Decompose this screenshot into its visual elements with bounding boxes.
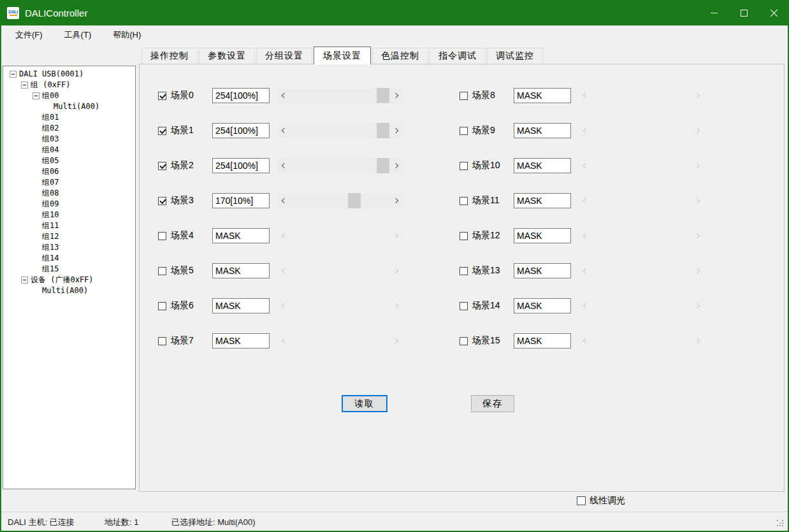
tab-7[interactable]: 调试监控 [487, 48, 543, 64]
scene-scrollbar[interactable] [579, 263, 704, 278]
scene-checkbox[interactable] [158, 232, 166, 240]
tree-item[interactable]: 组09 [3, 199, 135, 210]
scroll-thumb[interactable] [377, 123, 389, 138]
scene-checkbox[interactable] [460, 197, 468, 205]
scene-checkbox[interactable] [158, 302, 166, 310]
scroll-right-arrow-icon[interactable] [391, 88, 402, 103]
scroll-left-arrow-icon[interactable] [579, 193, 590, 208]
scene-scrollbar[interactable] [579, 193, 704, 208]
scene-scrollbar[interactable] [579, 333, 704, 349]
scroll-thumb[interactable] [377, 88, 389, 103]
read-button[interactable]: 读取 [342, 395, 387, 412]
tree-item[interactable]: 组11 [3, 220, 135, 231]
scroll-left-arrow-icon[interactable] [278, 193, 289, 208]
menu-tools[interactable]: 工具(T) [57, 27, 99, 43]
tree-item[interactable]: 组07 [3, 177, 135, 188]
scene-value-input[interactable] [212, 193, 270, 208]
scene-scrollbar[interactable] [278, 298, 402, 313]
resize-grip-icon[interactable] [777, 520, 784, 527]
scroll-left-arrow-icon[interactable] [278, 333, 289, 349]
tree-item[interactable]: Multi(A00) [3, 285, 135, 296]
scene-scrollbar[interactable] [579, 158, 704, 173]
tree-item[interactable]: 组14 [3, 253, 135, 264]
tree-item[interactable]: 设备 (广播0xFF) [3, 275, 135, 285]
tree-item[interactable]: 组08 [3, 188, 135, 199]
tree-item[interactable]: 组05 [3, 155, 135, 166]
scene-scrollbar[interactable] [278, 158, 402, 173]
tree-item[interactable]: 组06 [3, 166, 135, 177]
tab-4[interactable]: 场景设置 [314, 47, 371, 64]
tree-item[interactable]: 组04 [3, 145, 135, 155]
tab-3[interactable]: 分组设置 [256, 48, 312, 64]
scroll-right-arrow-icon[interactable] [391, 158, 402, 173]
scene-value-input[interactable] [514, 263, 571, 278]
scene-scrollbar[interactable] [579, 123, 704, 138]
scroll-left-arrow-icon[interactable] [579, 263, 590, 278]
scroll-thumb[interactable] [377, 158, 389, 173]
maximize-button[interactable] [729, 0, 759, 25]
scene-scrollbar[interactable] [579, 298, 704, 313]
tree-collapse-icon[interactable] [33, 92, 40, 99]
scroll-right-arrow-icon[interactable] [693, 263, 704, 278]
scene-checkbox[interactable] [158, 127, 166, 135]
tree-item[interactable]: 组10 [3, 210, 135, 220]
scroll-left-arrow-icon[interactable] [278, 158, 289, 173]
tree-collapse-icon[interactable] [21, 82, 28, 89]
tab-6[interactable]: 指令调试 [430, 48, 486, 64]
tree-item[interactable]: 组 (0xFF) [3, 80, 135, 90]
scene-value-input[interactable] [514, 228, 571, 243]
scene-value-input[interactable] [514, 88, 571, 103]
scene-value-input[interactable] [514, 193, 571, 208]
scroll-right-arrow-icon[interactable] [391, 263, 402, 278]
scene-value-input[interactable] [514, 123, 571, 138]
scene-scrollbar[interactable] [579, 88, 704, 103]
scroll-left-arrow-icon[interactable] [579, 88, 590, 103]
scene-checkbox[interactable] [460, 302, 468, 310]
scroll-right-arrow-icon[interactable] [391, 193, 402, 208]
scene-value-input[interactable] [212, 228, 270, 243]
scene-checkbox[interactable] [460, 162, 468, 170]
close-button[interactable] [759, 0, 789, 25]
tree-item[interactable]: 组01 [3, 112, 135, 123]
scene-value-input[interactable] [212, 158, 270, 173]
scene-scrollbar[interactable] [278, 333, 402, 349]
scene-value-input[interactable] [514, 298, 571, 313]
scene-value-input[interactable] [212, 263, 270, 278]
scroll-left-arrow-icon[interactable] [278, 298, 289, 313]
tab-5[interactable]: 色温控制 [372, 48, 428, 64]
minimize-button[interactable] [699, 0, 729, 25]
scene-checkbox[interactable] [460, 127, 468, 135]
scene-checkbox[interactable] [460, 337, 468, 345]
scroll-right-arrow-icon[interactable] [693, 228, 704, 243]
scene-value-input[interactable] [212, 123, 270, 138]
scroll-left-arrow-icon[interactable] [579, 123, 590, 138]
scene-scrollbar[interactable] [278, 228, 402, 243]
scene-scrollbar[interactable] [579, 228, 704, 243]
tree-item[interactable]: DALI USB(0001) [3, 69, 135, 80]
scene-checkbox[interactable] [158, 197, 166, 205]
tree-collapse-icon[interactable] [21, 277, 28, 284]
scene-checkbox[interactable] [158, 162, 166, 170]
scene-checkbox[interactable] [460, 267, 468, 275]
scroll-thumb[interactable] [348, 193, 361, 208]
scroll-left-arrow-icon[interactable] [278, 88, 289, 103]
scroll-left-arrow-icon[interactable] [278, 228, 289, 243]
scroll-right-arrow-icon[interactable] [391, 333, 402, 349]
scene-checkbox[interactable] [460, 92, 468, 100]
scene-scrollbar[interactable] [278, 263, 402, 278]
tree-item[interactable]: 组00 [3, 90, 135, 101]
scroll-right-arrow-icon[interactable] [693, 123, 704, 138]
scroll-left-arrow-icon[interactable] [278, 123, 289, 138]
tab-2[interactable]: 参数设置 [199, 48, 255, 64]
scroll-right-arrow-icon[interactable] [693, 298, 704, 313]
scene-scrollbar[interactable] [278, 193, 402, 208]
scene-value-input[interactable] [514, 158, 571, 173]
scroll-right-arrow-icon[interactable] [391, 228, 402, 243]
scene-value-input[interactable] [514, 333, 571, 349]
scroll-right-arrow-icon[interactable] [391, 298, 402, 313]
scroll-right-arrow-icon[interactable] [693, 333, 704, 349]
scroll-right-arrow-icon[interactable] [391, 123, 402, 138]
scroll-right-arrow-icon[interactable] [693, 158, 704, 173]
scene-checkbox[interactable] [158, 267, 166, 275]
tree-item[interactable]: 组02 [3, 123, 135, 134]
